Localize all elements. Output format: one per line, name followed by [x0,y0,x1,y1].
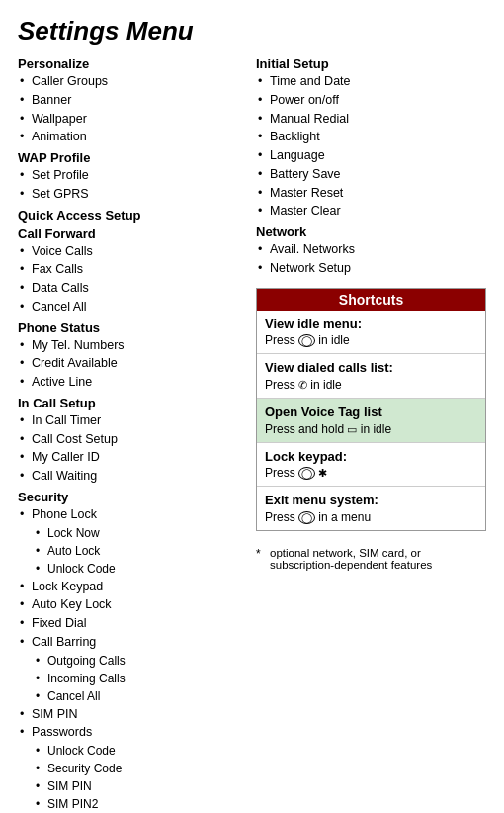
section-network: Network Avail. Networks Network Setup [256,225,486,278]
list-item: Credit Available [30,354,244,373]
section-list-in-call-setup: In Call Timer Call Cost Setup My Caller … [18,411,244,486]
section-list-wap-profile: Set Profile Set GPRS [18,166,244,204]
right-column: Initial Setup Time and Date Power on/off… [252,56,486,571]
shortcut-title: View dialed calls list: [265,359,477,377]
shortcuts-header: Shortcuts [257,289,485,311]
list-item: Outgoing Calls [45,652,244,670]
section-list-initial-setup: Time and Date Power on/off Manual Redial… [256,72,486,221]
shortcuts-box: Shortcuts View idle menu: Press ◯ in idl… [256,288,486,532]
section-wap-profile: WAP Profile Set Profile Set GPRS [18,150,244,204]
list-item: Active Line [30,373,244,392]
shortcut-title: Lock keypad: [265,448,477,466]
section-list-security: Phone Lock Lock Now Auto Lock Unlock Cod… [18,505,244,813]
list-item: Call Cost Setup [30,430,244,449]
section-title-in-call-setup: In Call Setup [18,396,244,410]
section-initial-setup: Initial Setup Time and Date Power on/off… [256,56,486,221]
shortcut-desc: Press ◯ ✱ [265,465,477,481]
sub-list: Lock Now Auto Lock Unlock Code [32,524,244,578]
list-item: Banner [30,91,244,110]
section-phone-status: Phone Status My Tel. Numbers Credit Avai… [18,320,244,392]
footnote: * optional network, SIM card, or subscri… [256,547,486,571]
shortcut-desc: Press ◯ in idle [265,332,477,348]
list-item: Power on/off [268,91,486,110]
list-item: Security Code [45,760,244,777]
list-item: SIM PIN [30,705,244,724]
sub-list: Outgoing Calls Incoming Calls Cancel All [32,652,244,705]
shortcut-item-view-idle: View idle menu: Press ◯ in idle [257,311,485,355]
list-item: Master Clear [268,202,486,221]
list-item: Battery Save [268,165,486,184]
list-item: My Tel. Numbers [30,336,244,355]
list-item: In Call Timer [30,411,244,430]
list-item: Animation [30,128,244,146]
sub-list: Unlock Code Security Code SIM PIN SIM PI… [32,742,244,813]
shortcut-desc: Press ✆ in idle [265,377,477,393]
section-title-quick-access: Quick Access Setup [18,208,244,223]
list-item: Language [268,146,486,165]
list-item: Auto Lock [45,542,244,560]
shortcut-item-dialed-calls: View dialed calls list: Press ✆ in idle [257,354,485,399]
list-item: Wallpaper [30,110,244,129]
shortcut-item-lock-keypad: Lock keypad: Press ◯ ✱ [257,443,485,488]
shortcut-item-voice-tag: Open Voice Tag list Press and hold ▭ in … [257,399,485,443]
footnote-text: optional network, SIM card, or subscript… [270,547,486,571]
list-item: Set Profile [30,166,244,185]
list-item: Cancel All [30,298,244,316]
list-item: Unlock Code [45,560,244,578]
list-item: Auto Key Lock [30,595,244,614]
shortcut-title: Exit menu system: [265,492,477,509]
section-list-phone-status: My Tel. Numbers Credit Available Active … [18,336,244,392]
list-item: Unlock Code [45,742,244,760]
shortcut-item-exit-menu: Exit menu system: Press ◯ in a menu [257,487,485,530]
list-item: SIM PIN [45,777,244,795]
list-item: Fixed Dial [30,614,244,633]
section-in-call-setup: In Call Setup In Call Timer Call Cost Se… [18,396,244,486]
list-item: Phone Lock Lock Now Auto Lock Unlock Cod… [30,505,244,578]
shortcut-desc: Press and hold ▭ in idle [265,421,477,437]
section-title-personalize: Personalize [18,56,244,71]
section-list-call-forward: Voice Calls Fax Calls Data Calls Cancel … [18,242,244,316]
main-content: Personalize Caller Groups Banner Wallpap… [18,56,486,813]
section-quick-access: Quick Access Setup [18,208,244,223]
left-column: Personalize Caller Groups Banner Wallpap… [18,56,252,813]
list-item: Backlight [268,128,486,146]
footnote-star: * [256,547,266,571]
list-item: Call Barring Outgoing Calls Incoming Cal… [30,633,244,705]
list-item: Manual Redial [268,110,486,129]
shortcut-desc: Press ◯ in a menu [265,509,477,525]
section-title-network: Network [256,225,486,239]
section-call-forward: Call Forward Voice Calls Fax Calls Data … [18,226,244,316]
list-item: Cancel All [45,687,244,705]
section-list-personalize: Caller Groups Banner Wallpaper Animation [18,72,244,146]
section-title-phone-status: Phone Status [18,320,244,335]
list-item: Set GPRS [30,185,244,204]
section-title-wap-profile: WAP Profile [18,150,244,165]
list-item: SIM PIN2 [45,795,244,813]
shortcut-title: View idle menu: [265,316,477,333]
list-item: Caller Groups [30,72,244,91]
list-item: Data Calls [30,279,244,298]
list-item: Time and Date [268,72,486,91]
section-list-network: Avail. Networks Network Setup [256,240,486,278]
section-title-call-forward: Call Forward [18,226,244,241]
section-title-initial-setup: Initial Setup [256,56,486,71]
list-item: Call Waiting [30,467,244,486]
list-item: Voice Calls [30,242,244,261]
page-title: Settings Menu [18,16,486,46]
list-item: Passwords Unlock Code Security Code SIM … [30,723,244,813]
section-personalize: Personalize Caller Groups Banner Wallpap… [18,56,244,146]
list-item: Network Setup [268,259,486,278]
list-item: Master Reset [268,184,486,203]
shortcut-title: Open Voice Tag list [265,404,477,421]
list-item: Avail. Networks [268,240,486,259]
list-item: Incoming Calls [45,670,244,687]
list-item: Fax Calls [30,260,244,279]
section-security: Security Phone Lock Lock Now Auto Lock U… [18,490,244,813]
section-title-security: Security [18,490,244,504]
list-item: My Caller ID [30,448,244,467]
list-item: Lock Now [45,524,244,542]
list-item: Lock Keypad [30,578,244,596]
